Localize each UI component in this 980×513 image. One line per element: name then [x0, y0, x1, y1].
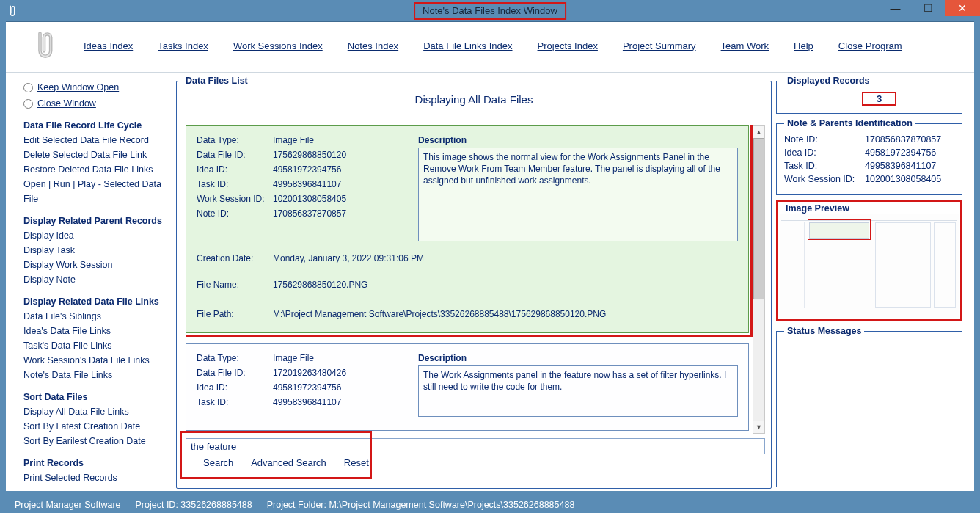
value-file-path: M:\Project Management Software\Projects\…	[273, 309, 606, 319]
advanced-search-link[interactable]: Advanced Search	[251, 457, 326, 468]
status-messages: Status Messages	[776, 326, 962, 487]
note-parents-ids: Note & Parents Identification Note ID:17…	[776, 118, 962, 195]
close-window-label[interactable]: Close Window	[37, 96, 96, 111]
records-scrollbar[interactable]: ▲ ▼	[753, 125, 765, 434]
value-idea-id: 49581972394756	[273, 164, 341, 175]
link-sort-latest[interactable]: Sort By Latest Creation Date	[23, 419, 170, 434]
data-files-list: Data Files List Displaying All Data File…	[176, 76, 772, 489]
label-idea-id: Idea ID:	[197, 164, 273, 175]
id-idea-value: 49581972394756	[865, 148, 936, 158]
record-card[interactable]: Data Type:Image File Data File ID:172019…	[186, 343, 749, 431]
link-restore-links[interactable]: Restore Deleted Data File Links	[23, 162, 170, 177]
id-ws-label: Work Session ID:	[784, 174, 865, 184]
label-file-name: File Name:	[197, 280, 273, 290]
ids-legend: Note & Parents Identification	[784, 118, 915, 128]
keep-window-open-radio[interactable]	[23, 83, 33, 92]
record-card[interactable]: Data Type:Image File Data File ID:175629…	[186, 125, 749, 333]
displayed-records-value: 3	[862, 92, 896, 106]
search-input[interactable]	[186, 438, 765, 454]
link-display-task[interactable]: Display Task	[23, 243, 170, 258]
link-display-idea[interactable]: Display Idea	[23, 228, 170, 243]
link-sort-earliest[interactable]: Sort By Earilest Creation Date	[23, 434, 170, 448]
id-task-label: Task ID:	[784, 161, 865, 171]
group-data-file-links: Display Related Data File Links	[23, 294, 170, 309]
scroll-up-icon[interactable]: ▲	[753, 126, 764, 138]
link-ws-links[interactable]: Work Session's Data File Links	[23, 353, 170, 368]
keep-window-open-label[interactable]: Keep Window Open	[37, 80, 119, 95]
link-display-work-session[interactable]: Display Work Session	[23, 258, 170, 272]
close-button[interactable]: ✕	[945, 0, 980, 16]
id-idea-label: Idea ID:	[784, 148, 865, 158]
app-icon	[6, 4, 19, 18]
label-note-id: Note ID:	[197, 208, 273, 219]
label-description: Description	[418, 135, 738, 145]
id-note-value: 170856837870857	[865, 134, 941, 145]
value-description: This image shows the normal view for the…	[418, 148, 738, 241]
value-note-id: 170856837870857	[273, 208, 346, 219]
displayed-records: Displayed Records 3	[776, 76, 962, 114]
displayed-records-legend: Displayed Records	[784, 76, 873, 86]
image-preview-legend: Image Preview	[783, 203, 852, 214]
group-print: Print Records	[23, 456, 170, 470]
label-creation: Creation Date:	[197, 253, 273, 263]
label-file-path: File Path:	[197, 309, 273, 319]
id-task-value: 49958396841107	[865, 161, 936, 171]
link-display-note[interactable]: Display Note	[23, 272, 170, 287]
nav-help[interactable]: Help	[794, 40, 813, 51]
link-notes-links[interactable]: Note's Data File Links	[23, 368, 170, 382]
nav-tasks-index[interactable]: Tasks Index	[158, 40, 208, 51]
status-app: Project Manager Software	[15, 500, 121, 510]
right-panel: Displayed Records 3 Note & Parents Ident…	[776, 73, 974, 490]
scroll-down-icon[interactable]: ▼	[753, 421, 764, 433]
reset-link[interactable]: Reset	[344, 457, 369, 468]
search-area: Search Advanced Search Reset	[186, 438, 765, 484]
close-window-radio[interactable]	[23, 99, 33, 109]
id-note-label: Note ID:	[784, 134, 865, 145]
nav-project-summary[interactable]: Project Summary	[623, 40, 696, 51]
scroll-thumb[interactable]	[753, 138, 764, 299]
value-creation: Monday, January 3, 2022 09:31:06 PM	[273, 253, 424, 263]
nav-data-file-links-index[interactable]: Data File Links Index	[423, 40, 512, 51]
nav-projects-index[interactable]: Projects Index	[538, 40, 598, 51]
client-area: Ideas Index Tasks Index Work Sessions In…	[6, 21, 974, 491]
link-siblings[interactable]: Data File's Siblings	[23, 309, 170, 324]
data-files-heading: Displaying All Data Files	[183, 93, 765, 106]
window-controls: — ☐ ✕	[879, 0, 980, 16]
status-project-folder: Project Folder: M:\Project Management So…	[267, 500, 575, 510]
nav-team-work[interactable]: Team Work	[721, 40, 769, 51]
link-edit-record[interactable]: Edit Selected Data File Record	[23, 133, 170, 148]
value-ws-id: 102001308058405	[273, 194, 346, 204]
image-preview-thumbnail[interactable]	[780, 214, 959, 318]
link-print-selected[interactable]: Print Selected Records	[23, 470, 170, 485]
nav-ideas-index[interactable]: Ideas Index	[84, 40, 133, 51]
group-parent-records: Display Related Parent Records	[23, 214, 170, 228]
minimize-button[interactable]: —	[879, 0, 912, 16]
group-life-cycle: Data File Record Life Cycle	[23, 118, 170, 133]
search-link[interactable]: Search	[203, 457, 233, 468]
titlebar: Note's Data Files Index Window — ☐ ✕	[0, 0, 980, 21]
window-title: Note's Data Files Index Window	[414, 2, 566, 20]
link-delete-link[interactable]: Delete Selected Data File Link	[23, 148, 170, 162]
app-logo	[26, 28, 62, 63]
maximize-button[interactable]: ☐	[912, 0, 945, 16]
nav-close-program[interactable]: Close Program	[838, 40, 902, 51]
toolbar: Ideas Index Tasks Index Work Sessions In…	[6, 22, 974, 73]
link-tasks-links[interactable]: Task's Data File Links	[23, 338, 170, 353]
label-data-file-id: Data File ID:	[197, 150, 273, 160]
link-display-all[interactable]: Display All Data File Links	[23, 404, 170, 419]
center-panel: Data Files List Displaying All Data File…	[175, 73, 776, 490]
data-files-list-legend: Data Files List	[183, 76, 251, 86]
label-data-type: Data Type:	[197, 135, 273, 145]
link-open-run-play[interactable]: Open | Run | Play - Selected Data File	[23, 177, 170, 206]
nav-work-sessions-index[interactable]: Work Sessions Index	[233, 40, 323, 51]
value-file-name: 175629868850120.PNG	[273, 280, 368, 290]
id-ws-value: 102001308058405	[865, 174, 941, 184]
sidebar: Keep Window Open Close Window Data File …	[6, 73, 175, 490]
records-scroll: Data Type:Image File Data File ID:175629…	[186, 125, 765, 434]
status-messages-legend: Status Messages	[784, 326, 864, 336]
toolbar-links: Ideas Index Tasks Index Work Sessions In…	[84, 40, 959, 51]
nav-notes-index[interactable]: Notes Index	[348, 40, 398, 51]
link-ideas-links[interactable]: Idea's Data File Links	[23, 324, 170, 338]
value-data-type: Image File	[273, 135, 314, 145]
status-project-id: Project ID: 33526268885488	[136, 500, 252, 510]
